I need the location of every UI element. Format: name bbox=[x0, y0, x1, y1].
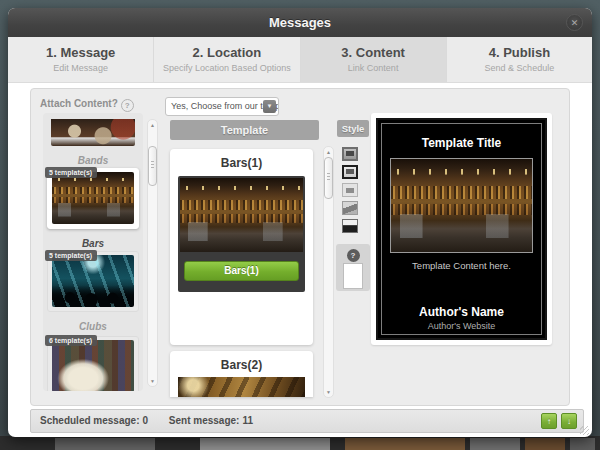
category-label-bands: Bands bbox=[43, 155, 143, 166]
sent-value: 11 bbox=[242, 415, 253, 426]
template-count-badge: 5 template(s) bbox=[45, 167, 97, 178]
background-block bbox=[55, 438, 155, 450]
resize-handle[interactable] bbox=[580, 426, 589, 435]
category-scrollbar-thumb[interactable] bbox=[148, 146, 157, 186]
chevron-down-icon[interactable]: ▼ bbox=[263, 100, 276, 113]
blank-style-swatch bbox=[343, 263, 363, 289]
background-block bbox=[345, 438, 465, 450]
template-count-badge: 6 template(s) bbox=[45, 335, 97, 346]
style-option-2-icon[interactable] bbox=[342, 165, 358, 179]
tab-content-subtitle: Link Content bbox=[301, 63, 446, 73]
template-select-button[interactable]: Bars(1) bbox=[184, 261, 299, 281]
preview-title: Template Title bbox=[382, 136, 541, 150]
style-option-1-icon[interactable] bbox=[342, 147, 358, 161]
background-block bbox=[570, 438, 595, 450]
tab-message-subtitle: Edit Message bbox=[8, 63, 153, 73]
preview-inner-border: Template Title Template Content here. Au… bbox=[381, 123, 542, 335]
background-block bbox=[525, 438, 565, 450]
tab-publish[interactable]: 4. Publish Send & Schedule bbox=[446, 37, 592, 82]
question-icon: ? bbox=[347, 249, 360, 262]
attach-content-text: Attach Content? bbox=[40, 98, 118, 109]
scroll-up-icon[interactable]: ▲ bbox=[324, 149, 333, 155]
tab-location-subtitle: Specify Location Based Options bbox=[154, 63, 299, 73]
category-label-clubs: Clubs bbox=[43, 321, 143, 332]
sent-label: Sent message: bbox=[169, 415, 240, 426]
style-column-header: Style bbox=[337, 120, 369, 137]
template-bars1-photo bbox=[180, 178, 303, 252]
messages-modal: Messages ✕ 1. Message Edit Message 2. Lo… bbox=[8, 8, 592, 437]
template-title: Bars(1) bbox=[170, 156, 313, 170]
style-option-custom[interactable]: ? bbox=[336, 244, 370, 291]
category-bars-thumbnail bbox=[52, 172, 134, 224]
modal-title: Messages bbox=[8, 8, 592, 37]
tab-message[interactable]: 1. Message Edit Message bbox=[8, 37, 153, 82]
page-behind-modal bbox=[0, 436, 600, 450]
modal-title-bar: Messages ✕ bbox=[8, 8, 592, 37]
content-panel: Attach Content?? Bands 5 template(s) Bar… bbox=[30, 88, 570, 406]
category-card-bars[interactable]: 5 template(s) bbox=[47, 168, 139, 229]
preview-photo bbox=[390, 158, 533, 253]
template-preview: Template Title Template Content here. Au… bbox=[376, 118, 547, 340]
attach-content-dropdown[interactable]: Yes, Choose from our templa ▼ bbox=[165, 97, 279, 116]
preview-author-website: Author's Website bbox=[382, 321, 541, 331]
wizard-steps: 1. Message Edit Message 2. Location Spec… bbox=[8, 37, 592, 83]
tab-content-title: 3. Content bbox=[301, 45, 446, 60]
template-column-header: Template bbox=[170, 120, 319, 140]
tab-location-title: 2. Location bbox=[154, 45, 299, 60]
category-scrollbar[interactable]: ▲ ▼ bbox=[147, 119, 158, 387]
tab-publish-subtitle: Send & Schedule bbox=[447, 63, 592, 73]
category-card-books[interactable]: 6 template(s) bbox=[47, 336, 139, 391]
category-clubs-thumbnail bbox=[52, 255, 134, 307]
style-option-4-icon[interactable] bbox=[342, 201, 358, 215]
template-scrollbar-thumb[interactable] bbox=[324, 157, 333, 199]
template-bars2-photo bbox=[178, 377, 305, 397]
category-card-clubs[interactable]: 5 template(s) bbox=[47, 251, 139, 312]
background-block bbox=[200, 438, 330, 450]
scroll-down-icon[interactable]: ▼ bbox=[148, 378, 157, 384]
status-footer: Scheduled message:0 Sent message:11 ↑ ↓ bbox=[30, 409, 584, 433]
template-count-badge: 5 template(s) bbox=[45, 250, 97, 261]
category-label-bars: Bars bbox=[43, 238, 143, 249]
category-books-thumbnail bbox=[52, 340, 134, 391]
nav-up-button[interactable]: ↑ bbox=[541, 413, 557, 429]
help-icon[interactable]: ? bbox=[121, 99, 134, 112]
tab-content[interactable]: 3. Content Link Content bbox=[300, 37, 446, 82]
scheduled-label: Scheduled message: bbox=[40, 415, 139, 426]
preview-card: Template Title Template Content here. Au… bbox=[371, 113, 552, 345]
category-bands-thumbnail[interactable] bbox=[51, 119, 135, 146]
tab-location[interactable]: 2. Location Specify Location Based Optio… bbox=[153, 37, 299, 82]
template-scrollbar[interactable]: ▲ ▼ bbox=[323, 146, 334, 398]
nav-down-button[interactable]: ↓ bbox=[561, 413, 577, 429]
template-card-bars1[interactable]: Bars(1) Bars(1) bbox=[170, 149, 313, 345]
template-card-bars2[interactable]: Bars(2) bbox=[170, 351, 313, 397]
template-title: Bars(2) bbox=[170, 358, 313, 372]
category-list: Bands 5 template(s) Bars 5 template(s) C… bbox=[43, 113, 143, 391]
close-icon[interactable]: ✕ bbox=[566, 14, 583, 31]
message-counters: Scheduled message:0 Sent message:11 bbox=[40, 415, 271, 426]
tab-publish-title: 4. Publish bbox=[447, 45, 592, 60]
scroll-up-icon[interactable]: ▲ bbox=[148, 122, 157, 128]
scheduled-value: 0 bbox=[142, 415, 148, 426]
scroll-down-icon[interactable]: ▼ bbox=[324, 389, 333, 395]
template-image-frame: Bars(1) bbox=[178, 176, 305, 292]
tab-message-title: 1. Message bbox=[8, 45, 153, 60]
background-block bbox=[470, 438, 520, 450]
attach-content-label: Attach Content?? bbox=[40, 98, 134, 112]
style-option-5-icon[interactable] bbox=[342, 219, 358, 233]
preview-content-text: Template Content here. bbox=[382, 260, 541, 271]
style-option-3-icon[interactable] bbox=[342, 183, 358, 197]
preview-author-name: Author's Name bbox=[382, 305, 541, 319]
